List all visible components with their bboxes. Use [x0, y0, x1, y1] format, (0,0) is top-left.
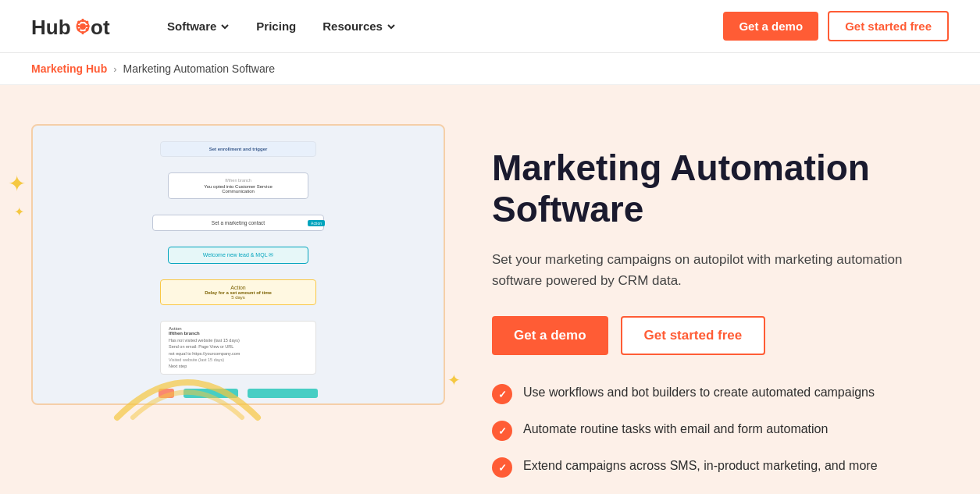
check-icon-2: ✓ — [492, 421, 512, 441]
sparkle-icon: ✦✦ — [8, 171, 26, 222]
nav-pricing[interactable]: Pricing — [245, 13, 307, 39]
action-badge: Action — [308, 220, 325, 226]
hero-description: Set your marketing campaigns on autopilo… — [492, 249, 929, 291]
wf-ifbranch-block: If/then branch You opted into Customer S… — [168, 172, 308, 199]
wf-marketing-block: Action Set a marketing contact — [152, 215, 324, 231]
svg-rect-3 — [82, 19, 84, 22]
wf-delay-block: Action Delay for a set amount of time 5 … — [160, 279, 316, 305]
hero-section: ✦✦ Set enrollment and trigger If/then br… — [0, 85, 980, 494]
action-badge: Action — [230, 285, 245, 290]
nav-cta: Get a demo Get started free — [723, 11, 949, 41]
feature-list: ✓ Use workflows and bot builders to crea… — [492, 383, 949, 478]
hero-title: Marketing Automation Software — [492, 147, 949, 230]
breadcrumb-current: Marketing Automation Software — [123, 62, 276, 75]
wf-email-block: Welcome new lead & MQL ✉ — [168, 247, 308, 264]
feature-item-1: ✓ Use workflows and bot builders to crea… — [492, 383, 949, 404]
svg-text:Hub: Hub — [31, 16, 71, 39]
hero-cta-buttons: Get a demo Get started free — [492, 316, 949, 355]
nav-resources-label: Resources — [323, 20, 383, 33]
nav-free-button[interactable]: Get started free — [828, 11, 949, 41]
hero-image-wrap: ✦✦ Set enrollment and trigger If/then br… — [31, 124, 445, 405]
hero-demo-button[interactable]: Get a demo — [492, 316, 608, 355]
feature-item-2: ✓ Automate routine tasks with email and … — [492, 420, 949, 441]
check-icon-1: ✓ — [492, 384, 512, 404]
nav-resources[interactable]: Resources — [312, 13, 407, 39]
nav-links: Software Pricing Resources — [156, 13, 723, 39]
feature-text-1: Use workflows and bot builders to create… — [523, 383, 875, 402]
sparkle-icon: ✦ — [447, 371, 461, 389]
feature-text-2: Automate routine tasks with email and fo… — [523, 420, 828, 439]
svg-rect-5 — [77, 25, 80, 27]
check-icon-3: ✓ — [492, 457, 512, 478]
svg-rect-6 — [86, 25, 90, 27]
nav-software-label: Software — [167, 20, 216, 33]
logo[interactable]: Hub ot — [31, 11, 125, 42]
navigation: Hub ot Software Pricing — [0, 0, 980, 53]
nav-pricing-label: Pricing — [256, 20, 296, 33]
breadcrumb-parent[interactable]: Marketing Hub — [31, 62, 107, 75]
svg-text:ot: ot — [91, 16, 110, 39]
chevron-down-icon — [220, 22, 230, 31]
hero-free-button[interactable]: Get started free — [621, 316, 766, 355]
feature-text-3: Extend campaigns across SMS, in-product … — [523, 457, 878, 475]
breadcrumb: Marketing Hub › Marketing Automation Sof… — [0, 53, 980, 85]
arc-decoration — [109, 363, 265, 428]
svg-rect-4 — [82, 31, 84, 34]
nav-demo-button[interactable]: Get a demo — [723, 12, 818, 41]
chevron-down-icon — [387, 22, 396, 31]
workflow-mock: Set enrollment and trigger If/then branc… — [33, 126, 444, 403]
feature-item-3: ✓ Extend campaigns across SMS, in-produc… — [492, 457, 949, 478]
hero-text: Marketing Automation Software Set your m… — [492, 124, 949, 478]
svg-point-1 — [80, 23, 86, 30]
nav-software[interactable]: Software — [156, 13, 241, 39]
wf-header-block: Set enrollment and trigger — [160, 141, 316, 157]
breadcrumb-separator: › — [113, 63, 116, 75]
